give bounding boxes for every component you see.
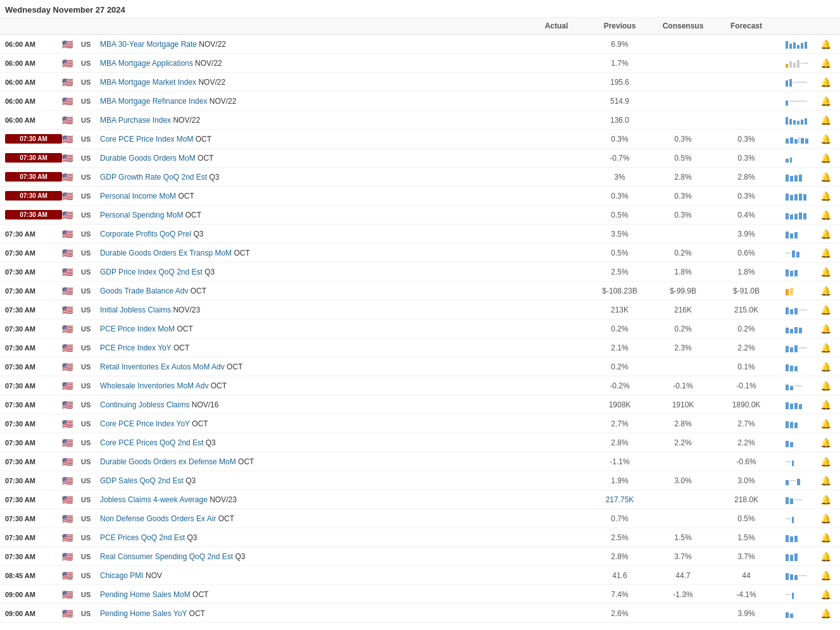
indicator-name[interactable]: Core PCE Price Index YoY OCT <box>100 419 525 428</box>
indicator-name[interactable]: GDP Price Index QoQ 2nd Est Q3 <box>100 268 525 276</box>
indicator-name[interactable]: Retail Inventories Ex Autos MoM Adv OCT <box>100 362 525 371</box>
bell-icon[interactable]: 🔔 <box>816 286 835 296</box>
svg-rect-67 <box>786 364 789 371</box>
bell-icon[interactable]: 🔔 <box>816 134 835 144</box>
svg-rect-12 <box>789 79 792 87</box>
country-label: US <box>81 97 100 105</box>
svg-rect-6 <box>786 64 788 68</box>
bell-icon[interactable]: 🔔 <box>816 419 835 429</box>
table-row: 07:30 AM 🇺🇸 US Durable Goods Orders ex D… <box>0 452 840 471</box>
previous-value: 2.8% <box>588 438 651 447</box>
svg-rect-104 <box>786 612 789 618</box>
indicator-name[interactable]: Continuing Jobless Claims NOV/16 <box>100 400 525 409</box>
time-cell: 06:00 AM <box>5 116 62 124</box>
flag-icon: 🇺🇸 <box>62 571 81 581</box>
indicator-name[interactable]: Real Consumer Spending QoQ 2nd Est Q3 <box>100 552 525 561</box>
svg-rect-96 <box>790 555 793 561</box>
indicator-name[interactable]: PCE Price Index YoY OCT <box>100 343 525 352</box>
flag-icon: 🇺🇸 <box>62 39 81 49</box>
bell-icon[interactable]: 🔔 <box>816 115 835 125</box>
consensus-value: 0.3% <box>651 192 715 201</box>
bell-icon[interactable]: 🔔 <box>816 39 835 49</box>
bell-icon[interactable]: 🔔 <box>816 476 835 486</box>
indicator-name[interactable]: Chicago PMI NOV <box>100 571 525 580</box>
bell-icon[interactable]: 🔔 <box>816 96 835 106</box>
consensus-value: 0.3% <box>651 135 715 144</box>
bell-icon[interactable]: 🔔 <box>816 229 835 239</box>
time-cell: 07:30 AM <box>5 363 62 371</box>
mini-chart <box>778 39 816 50</box>
previous-value: 2.1% <box>588 343 651 352</box>
mini-chart <box>778 58 816 69</box>
svg-rect-68 <box>790 366 793 371</box>
svg-rect-20 <box>801 120 803 125</box>
indicator-name[interactable]: Goods Trade Balance Adv OCT <box>100 287 525 295</box>
flag-icon: 🇺🇸 <box>62 438 81 448</box>
indicator-name[interactable]: MBA Mortgage Refinance Index NOV/22 <box>100 97 525 106</box>
mini-chart <box>778 247 816 259</box>
indicator-name[interactable]: PCE Prices QoQ 2nd Est Q3 <box>100 533 525 542</box>
bell-icon[interactable]: 🔔 <box>816 381 835 391</box>
bell-icon[interactable]: 🔔 <box>816 172 835 182</box>
bell-icon[interactable]: 🔔 <box>816 533 835 543</box>
svg-rect-45 <box>790 233 793 238</box>
indicator-name[interactable]: Personal Income MoM OCT <box>100 192 525 201</box>
bell-icon[interactable]: 🔔 <box>816 552 835 562</box>
time-cell: 07:30 AM <box>5 382 62 390</box>
forecast-value: -0.6% <box>715 457 778 466</box>
bell-icon[interactable]: 🔔 <box>816 495 835 505</box>
bell-icon[interactable]: 🔔 <box>816 343 835 353</box>
indicator-name[interactable]: Non Defense Goods Orders Ex Air OCT <box>100 514 525 523</box>
bell-icon[interactable]: 🔔 <box>816 305 835 315</box>
table-row: 07:30 AM 🇺🇸 US PCE Price Index MoM OCT 0… <box>0 319 840 338</box>
indicator-name[interactable]: Jobless Claims 4-week Average NOV/23 <box>100 495 525 504</box>
svg-rect-92 <box>786 535 789 542</box>
bell-icon[interactable]: 🔔 <box>816 324 835 334</box>
indicator-name[interactable]: Pending Home Sales YoY OCT <box>100 609 525 618</box>
indicator-name[interactable]: Durable Goods Orders ex Defense MoM OCT <box>100 457 525 466</box>
indicator-name[interactable]: GDP Sales QoQ 2nd Est Q3 <box>100 476 525 485</box>
svg-rect-63 <box>786 346 789 352</box>
indicator-name[interactable]: Personal Spending MoM OCT <box>100 211 525 219</box>
bell-icon[interactable]: 🔔 <box>816 514 835 524</box>
bell-icon[interactable]: 🔔 <box>816 248 835 258</box>
indicator-name[interactable]: Initial Jobless Claims NOV/23 <box>100 306 525 314</box>
svg-rect-62 <box>799 328 802 333</box>
bell-icon[interactable]: 🔔 <box>816 590 835 600</box>
bell-icon[interactable]: 🔔 <box>816 77 835 87</box>
bell-icon[interactable]: 🔔 <box>816 267 835 277</box>
column-headers: Actual Previous Consensus Forecast <box>0 18 840 35</box>
time-cell: 07:30 AM <box>5 325 62 333</box>
indicator-name[interactable]: Corporate Profits QoQ Prel Q3 <box>100 230 525 238</box>
table-row: 07:30 AM 🇺🇸 US Durable Goods Orders Ex T… <box>0 244 840 262</box>
time-cell: 07:30 AM <box>5 134 62 144</box>
indicator-name[interactable]: MBA 30-Year Mortgage Rate NOV/22 <box>100 40 525 49</box>
bell-icon[interactable]: 🔔 <box>816 438 835 448</box>
bell-icon[interactable]: 🔔 <box>816 362 835 372</box>
indicator-name[interactable]: MBA Mortgage Market Index NOV/22 <box>100 78 525 87</box>
indicator-name[interactable]: Durable Goods Orders Ex Transp MoM OCT <box>100 249 525 257</box>
svg-rect-29 <box>790 158 792 163</box>
bell-icon[interactable]: 🔔 <box>816 153 835 163</box>
indicator-name[interactable]: Core PCE Price Index MoM OCT <box>100 135 525 144</box>
indicator-name[interactable]: MBA Purchase Index NOV/22 <box>100 116 525 125</box>
svg-rect-71 <box>790 386 793 390</box>
bell-icon[interactable]: 🔔 <box>816 457 835 467</box>
indicator-name[interactable]: GDP Growth Rate QoQ 2nd Est Q3 <box>100 173 525 182</box>
bell-icon[interactable]: 🔔 <box>816 210 835 220</box>
bell-icon[interactable]: 🔔 <box>816 58 835 68</box>
previous-value: 41.6 <box>588 571 651 580</box>
indicator-name[interactable]: Core PCE Prices QoQ 2nd Est Q3 <box>100 438 525 447</box>
bell-icon[interactable]: 🔔 <box>816 191 835 201</box>
country-label: US <box>81 40 100 48</box>
bell-icon[interactable]: 🔔 <box>816 571 835 581</box>
indicator-name[interactable]: Durable Goods Orders MoM OCT <box>100 154 525 163</box>
indicator-name[interactable]: PCE Price Index MoM OCT <box>100 324 525 333</box>
bell-icon[interactable]: 🔔 <box>816 608 835 619</box>
indicator-name[interactable]: Pending Home Sales MoM OCT <box>100 590 525 599</box>
svg-rect-83 <box>792 460 794 466</box>
bell-icon[interactable]: 🔔 <box>816 400 835 410</box>
indicator-name[interactable]: MBA Mortgage Applications NOV/22 <box>100 59 525 68</box>
flag-icon: 🇺🇸 <box>62 77 81 87</box>
indicator-name[interactable]: Wholesale Inventories MoM Adv OCT <box>100 381 525 390</box>
